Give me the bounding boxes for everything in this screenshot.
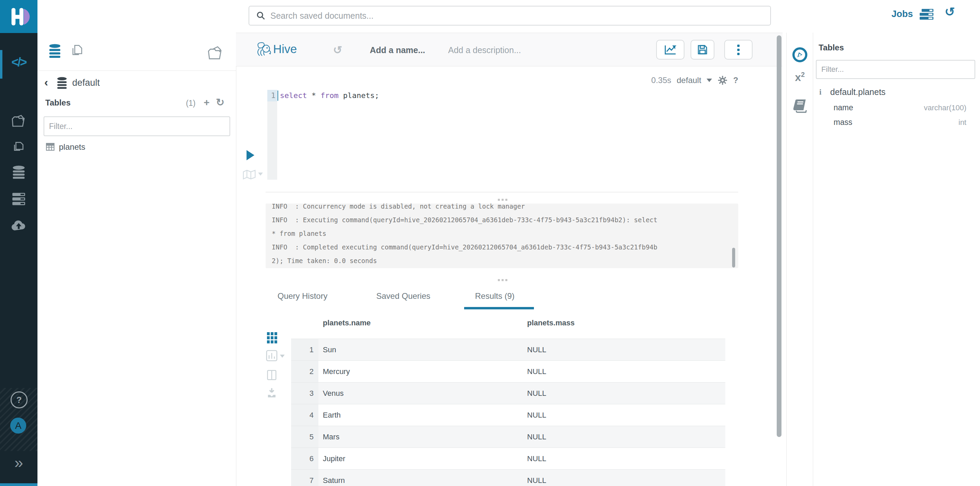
save-button[interactable]	[690, 40, 714, 60]
active-table-name[interactable]: default.planets	[830, 87, 886, 97]
global-search[interactable]	[248, 6, 771, 25]
tab-query-history[interactable]: Query History	[277, 291, 328, 301]
help-icon[interactable]: ?	[733, 76, 738, 85]
table-row[interactable]: 7 Saturn NULL	[291, 470, 725, 486]
query-name-field[interactable]: Add a name...	[370, 45, 425, 55]
tables-filter-input[interactable]	[44, 116, 230, 136]
log-line: 2); Time taken: 0.0 seconds	[272, 254, 738, 267]
hue-logo[interactable]	[0, 0, 37, 33]
cell-mass: NULL	[527, 339, 546, 361]
tab-saved-queries[interactable]: Saved Queries	[376, 291, 430, 301]
table-row[interactable]: 6 Jupiter NULL	[291, 448, 725, 470]
user-avatar[interactable]: A	[10, 418, 26, 434]
sidebar-item-editor[interactable]: </>	[0, 55, 37, 70]
cell-mass: NULL	[527, 361, 546, 382]
table-row[interactable]: 3 Venus NULL	[291, 383, 725, 404]
row-number: 1	[291, 339, 318, 361]
bar-chart-icon	[266, 350, 277, 361]
column-name[interactable]: mass	[834, 118, 852, 127]
results-columns-button[interactable]	[267, 370, 277, 382]
column-name[interactable]: name	[834, 103, 853, 112]
sidebar-help-button[interactable]: ?	[11, 391, 28, 408]
database-icon	[48, 44, 62, 59]
explain-map-button[interactable]	[242, 170, 256, 181]
chevron-down-icon[interactable]	[706, 79, 712, 82]
map-icon	[242, 170, 256, 180]
table-row[interactable]: 2 Mercury NULL	[291, 361, 725, 383]
query-description-field[interactable]: Add a description...	[448, 45, 521, 55]
selected-database[interactable]: default	[72, 78, 100, 88]
database-icon-dark	[56, 77, 68, 91]
hue-app: </>	[0, 0, 980, 486]
execution-target[interactable]: default	[676, 76, 701, 85]
execute-query-button[interactable]	[247, 150, 255, 160]
database-back-button[interactable]: ‹	[44, 76, 48, 88]
main-scrollbar[interactable]	[777, 35, 781, 437]
table-item-icon	[46, 142, 55, 153]
line-chart-icon	[664, 44, 676, 55]
right-panel-filter-input[interactable]	[816, 60, 975, 79]
results-table[interactable]: 1 Sun NULL 2 Mercury NULL 3 Venus NULL 4…	[291, 338, 725, 486]
assist-folder-button[interactable]	[207, 44, 223, 61]
results-download-button[interactable]	[267, 387, 277, 400]
log-scrollbar[interactable]	[732, 248, 735, 267]
table-row[interactable]: 4 Earth NULL	[291, 404, 725, 426]
results-chart-view-button[interactable]	[266, 350, 277, 363]
line-number: 1	[267, 90, 277, 102]
info-icon[interactable]: i	[819, 88, 821, 97]
add-table-button[interactable]: +	[204, 97, 210, 108]
server-stack-icon	[11, 192, 26, 206]
assistant-tab-functions[interactable]: x2	[791, 71, 809, 84]
settings-gear-icon[interactable]	[718, 75, 728, 86]
editor-log-divider	[266, 192, 738, 192]
tables-section-title: Tables	[45, 98, 70, 108]
editor-gutter	[267, 102, 277, 180]
sidebar-expand-button[interactable]: »	[0, 453, 37, 472]
results-grid-view-button[interactable]	[267, 332, 277, 345]
cell-mass: NULL	[527, 383, 546, 404]
active-tab-indicator	[464, 307, 534, 310]
assistant-tab-editor[interactable]	[792, 47, 808, 64]
table-item-planets[interactable]: planets	[59, 142, 85, 152]
compass-icon	[792, 47, 808, 63]
query-text[interactable]: select * from planets;	[280, 90, 379, 102]
sidebar-item-files[interactable]	[0, 140, 37, 156]
query-history-icon[interactable]: ↺	[333, 44, 342, 57]
chevron-down-icon[interactable]	[258, 173, 263, 176]
hive-engine-icon	[255, 41, 273, 60]
chart-button[interactable]	[656, 40, 684, 60]
more-actions-button[interactable]	[724, 40, 752, 60]
search-input[interactable]	[270, 11, 770, 21]
refresh-tables-button[interactable]: ↻	[216, 96, 224, 108]
jobs-browser-button[interactable]	[919, 9, 934, 21]
log-line: * from planets	[272, 227, 738, 240]
engine-name[interactable]: Hive	[273, 42, 297, 56]
cloud-upload-icon	[11, 219, 27, 232]
assistant-tab-language-reference[interactable]	[794, 98, 808, 115]
left-panel-divider[interactable]	[236, 33, 236, 486]
sidebar-item-documents[interactable]	[0, 113, 37, 130]
chevron-down-icon[interactable]	[280, 355, 285, 358]
kebab-icon	[737, 44, 740, 55]
assist-tab-documents[interactable]	[69, 44, 84, 60]
topbar-history-button[interactable]: ↺	[945, 5, 955, 19]
sidebar-item-jobs[interactable]	[0, 192, 37, 207]
sql-star: *	[307, 91, 320, 100]
resize-handle-icon[interactable]	[498, 199, 508, 201]
column-header-name[interactable]: planets.name	[323, 319, 371, 327]
book-icon	[794, 98, 808, 114]
sidebar-item-tables[interactable]	[0, 165, 37, 180]
table-row[interactable]: 5 Mars NULL	[291, 426, 725, 448]
assist-divider	[37, 70, 236, 71]
execution-status-row: 0.35s default ?	[633, 75, 738, 86]
log-line: INFO : Executing command(queryId=hive_20…	[272, 213, 738, 227]
execution-log[interactable]: INFO : Concurrency mode is disabled, not…	[266, 203, 738, 268]
column-header-mass[interactable]: planets.mass	[527, 319, 574, 327]
table-row[interactable]: 1 Sun NULL	[291, 339, 725, 361]
sidebar-item-importer[interactable]	[0, 219, 37, 233]
resize-handle-icon[interactable]	[498, 279, 508, 281]
tab-results[interactable]: Results (9)	[475, 291, 514, 301]
text-cursor	[277, 91, 278, 101]
assist-tab-databases[interactable]	[48, 44, 62, 60]
jobs-link[interactable]: Jobs	[891, 9, 913, 19]
